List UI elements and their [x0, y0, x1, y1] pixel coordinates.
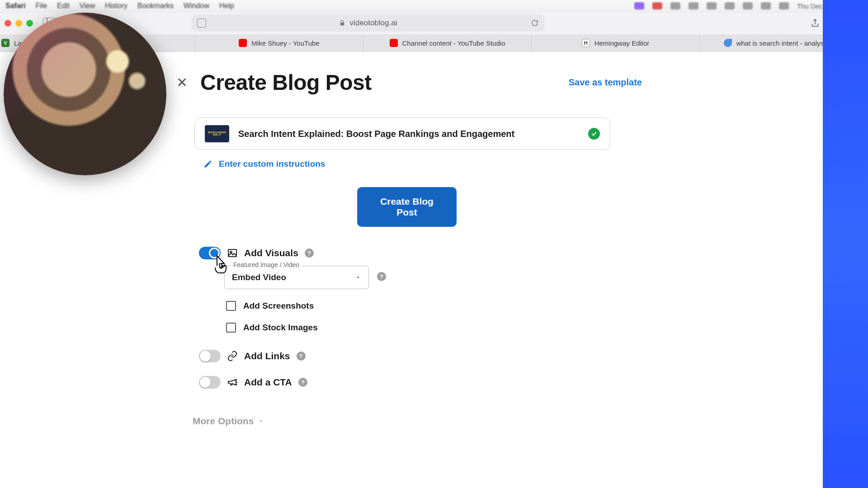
favicon-icon: H — [582, 39, 590, 47]
menu-help[interactable]: Help — [219, 2, 234, 10]
video-thumbnail: SEARCH INTENT NAIL IT — [205, 125, 229, 142]
featured-media-label: Featured Image / Video — [231, 261, 302, 268]
video-title: Search Intent Explained: Boost Page Rank… — [238, 129, 579, 139]
page-title: Create Blog Post — [200, 70, 372, 95]
add-cta-toggle[interactable] — [199, 376, 221, 389]
close-icon[interactable]: ✕ — [176, 75, 188, 90]
status-icon[interactable] — [725, 2, 735, 9]
megaphone-icon — [227, 377, 238, 388]
help-icon[interactable]: ? — [298, 378, 307, 387]
image-icon — [227, 248, 238, 258]
address-bar[interactable]: videotoblog.ai — [192, 14, 544, 32]
address-host: videotoblog.ai — [350, 19, 397, 28]
featured-media-select[interactable]: Featured Image / Video Embed Video ? — [224, 266, 369, 289]
add-screenshots-row[interactable]: Add Screenshots — [226, 301, 868, 311]
minimize-window-icon[interactable] — [15, 20, 22, 27]
reload-icon[interactable] — [531, 19, 539, 27]
add-cta-row: Add a CTA ? — [199, 376, 868, 389]
window-controls — [5, 20, 33, 27]
add-visuals-label: Add Visuals — [244, 248, 298, 258]
favicon-icon — [239, 39, 247, 47]
status-icon[interactable] — [652, 2, 662, 9]
add-visuals-row: Add Visuals ? — [199, 247, 868, 259]
favicon-icon — [390, 39, 398, 47]
more-options-toggle[interactable]: More Options — [193, 416, 868, 427]
add-links-label: Add Links — [244, 351, 290, 361]
status-icon[interactable] — [779, 2, 789, 9]
status-icon[interactable] — [670, 2, 680, 9]
add-links-toggle[interactable] — [199, 350, 221, 362]
featured-media-value: Embed Video — [232, 272, 286, 282]
app-name[interactable]: Safari — [5, 2, 25, 10]
favicon-icon — [724, 39, 732, 47]
share-icon[interactable] — [810, 18, 820, 28]
close-window-icon[interactable] — [5, 20, 11, 27]
status-icon[interactable] — [743, 2, 753, 9]
check-icon — [588, 128, 600, 140]
browser-tab[interactable]: Channel content - YouTube Studio — [363, 34, 532, 52]
status-icon[interactable] — [761, 2, 771, 9]
status-icon[interactable] — [689, 2, 698, 9]
custom-instructions-link[interactable]: Enter custom instructions — [203, 159, 868, 169]
menu-window[interactable]: Window — [184, 2, 209, 10]
decorative-sidebar — [823, 0, 868, 488]
chevron-down-icon — [257, 418, 264, 425]
favicon-icon: V — [1, 39, 9, 47]
add-links-row: Add Links ? — [199, 350, 868, 362]
menu-edit[interactable]: Edit — [57, 2, 70, 10]
add-stock-images-row[interactable]: Add Stock Images — [226, 323, 868, 333]
macos-menubar: Safari File Edit View History Bookmarks … — [0, 0, 868, 12]
menu-file[interactable]: File — [35, 2, 47, 10]
browser-tab[interactable]: HHemingway Editor — [532, 34, 700, 52]
help-icon[interactable]: ? — [305, 249, 314, 258]
add-cta-label: Add a CTA — [244, 377, 292, 388]
chevron-down-icon — [355, 274, 361, 281]
pencil-icon — [203, 160, 212, 169]
fullscreen-window-icon[interactable] — [26, 20, 33, 27]
save-as-template-link[interactable]: Save as template — [569, 77, 642, 88]
help-icon[interactable]: ? — [377, 272, 386, 281]
browser-tab[interactable]: Mike Shuey - YouTube — [195, 34, 363, 52]
menu-bookmarks[interactable]: Bookmarks — [137, 2, 174, 10]
checkbox-icon[interactable] — [226, 301, 236, 311]
lock-icon — [339, 20, 345, 26]
reader-mode-icon[interactable] — [197, 19, 206, 28]
link-icon — [227, 351, 238, 361]
create-blog-post-button[interactable]: Create Blog Post — [357, 187, 457, 227]
menu-view[interactable]: View — [80, 2, 95, 10]
webcam-overlay — [4, 13, 166, 175]
menu-history[interactable]: History — [105, 2, 127, 10]
source-video-card[interactable]: SEARCH INTENT NAIL IT Search Intent Expl… — [194, 117, 610, 150]
status-icon[interactable] — [707, 2, 717, 9]
checkbox-icon[interactable] — [226, 323, 236, 333]
add-visuals-toggle[interactable] — [199, 247, 221, 259]
svg-rect-1 — [228, 249, 236, 257]
status-icon[interactable] — [634, 2, 644, 9]
help-icon[interactable]: ? — [297, 352, 306, 361]
